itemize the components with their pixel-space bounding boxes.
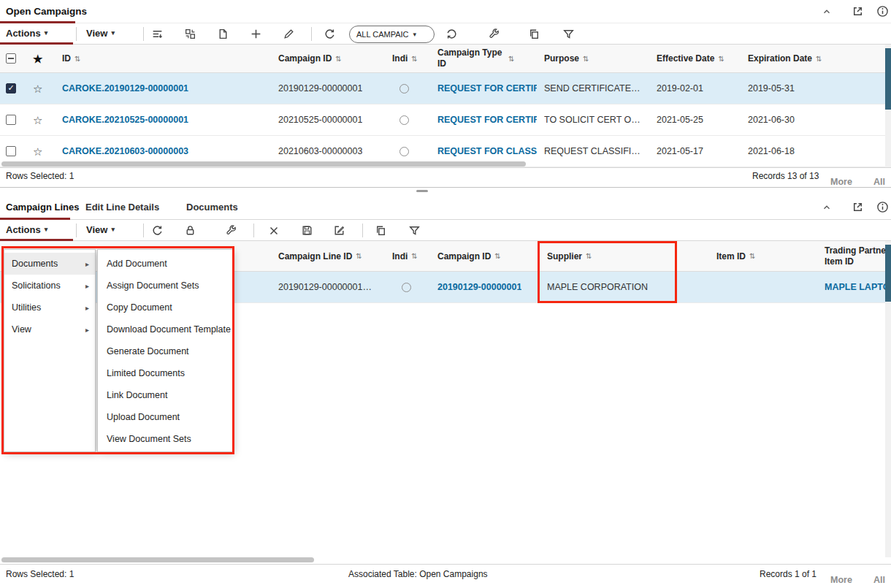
select-all-checkbox[interactable] bbox=[6, 45, 16, 72]
more-button[interactable]: More bbox=[830, 177, 852, 187]
new-record-button[interactable] bbox=[215, 27, 230, 41]
info-button[interactable] bbox=[875, 4, 890, 18]
filter-rows-button[interactable] bbox=[150, 27, 164, 41]
open-campaigns-footer: Rows Selected: 1 Records 13 of 13 More A… bbox=[0, 167, 891, 188]
campaign-lines-footer: Rows Selected: 1 Associated Table: Open … bbox=[0, 564, 891, 588]
edit-button[interactable] bbox=[281, 27, 296, 41]
column-header-id[interactable]: ID⇅ bbox=[62, 45, 80, 72]
campaign-type-link[interactable]: REQUEST FOR CLASSII bbox=[437, 146, 537, 156]
favorite-toggle[interactable]: ☆ bbox=[33, 104, 42, 135]
menu-item-copy-document[interactable]: Copy Document bbox=[98, 297, 232, 318]
copy-button[interactable] bbox=[373, 224, 388, 237]
column-header-campaign-type-id[interactable]: Campaign Type ID⇅ bbox=[437, 45, 514, 72]
lock-button[interactable] bbox=[183, 224, 197, 237]
vertical-scrollbar-thumb[interactable] bbox=[885, 245, 891, 302]
mass-update-button[interactable] bbox=[223, 224, 238, 237]
campaign-link[interactable]: CAROKE.20190129-00000001 bbox=[62, 83, 188, 93]
column-header-trading-partner-item-id[interactable]: Trading Partner Item ID bbox=[825, 241, 891, 271]
chevron-down-icon: ▾ bbox=[111, 226, 115, 233]
tab-edit-line-details[interactable]: Edit Line Details bbox=[85, 202, 159, 213]
all-button[interactable]: All bbox=[873, 575, 885, 585]
copy-button[interactable] bbox=[527, 27, 541, 41]
favorite-column-header[interactable]: ★ bbox=[33, 45, 42, 72]
campaign-type-link[interactable]: REQUEST FOR CERTIFI bbox=[437, 115, 537, 125]
menu-item-assign-document-sets[interactable]: Assign Document Sets bbox=[98, 275, 232, 297]
menu-item-link-document[interactable]: Link Document bbox=[98, 384, 232, 406]
refresh-button[interactable] bbox=[322, 27, 337, 41]
menu-item-download-document-template[interactable]: Download Document Template bbox=[98, 318, 232, 340]
campaign-type-link[interactable]: REQUEST FOR CERTIFI bbox=[437, 83, 537, 93]
vertical-scrollbar-track[interactable] bbox=[885, 45, 891, 167]
actions-menu-button[interactable]: Actions ▾ bbox=[6, 220, 47, 239]
vertical-scrollbar-thumb[interactable] bbox=[885, 48, 891, 110]
info-button[interactable] bbox=[875, 199, 890, 214]
arrange-panels-button[interactable] bbox=[183, 27, 197, 41]
view-menu-button[interactable]: View ▾ bbox=[86, 220, 115, 239]
column-header-expiration-date[interactable]: Expiration Date⇅ bbox=[748, 45, 822, 72]
menu-item-generate-document[interactable]: Generate Document bbox=[98, 340, 232, 362]
splitter-handle[interactable] bbox=[416, 190, 428, 192]
collapse-panel-button[interactable] bbox=[819, 4, 834, 19]
expand-panel-button[interactable] bbox=[850, 199, 865, 214]
campaign-link[interactable]: CAROKE.20210525-00000001 bbox=[62, 115, 188, 125]
table-row[interactable]: ☆ CAROKE.20210525-00000001 20210525-0000… bbox=[0, 104, 891, 136]
plus-icon bbox=[250, 28, 262, 40]
menu-item-limited-documents[interactable]: Limited Documents bbox=[98, 362, 232, 384]
table-row[interactable]: ☆ CAROKE.20190129-00000001 20190129-0000… bbox=[0, 73, 891, 104]
menu-item-add-document[interactable]: Add Document bbox=[98, 253, 232, 275]
horizontal-scrollbar[interactable] bbox=[1, 557, 314, 562]
indicator-cell bbox=[399, 104, 409, 135]
row-checkbox[interactable] bbox=[6, 73, 16, 104]
open-campaigns-panel: Open Campaigns Actions ▾ View ▾ bbox=[0, 0, 891, 188]
trading-partner-item-link[interactable]: MAPLE LAPTOP ( bbox=[825, 282, 891, 292]
column-header-indicator[interactable]: Indi⇅ bbox=[392, 241, 418, 271]
unchecked-checkbox-icon bbox=[6, 146, 16, 156]
delete-button[interactable] bbox=[267, 224, 281, 237]
menu-item-label: View bbox=[12, 324, 31, 335]
menu-item-documents[interactable]: Documents▸ bbox=[4, 253, 95, 275]
actions-menu-button[interactable]: Actions ▾ bbox=[6, 23, 47, 42]
collapse-panel-button[interactable] bbox=[819, 200, 834, 215]
all-button[interactable]: All bbox=[873, 177, 885, 187]
filter-button[interactable] bbox=[407, 224, 421, 237]
filter-button[interactable] bbox=[561, 27, 575, 41]
page-title: Open Campaigns bbox=[6, 6, 87, 17]
column-label: Purpose bbox=[544, 53, 579, 64]
expand-panel-button[interactable] bbox=[850, 4, 865, 18]
menu-item-solicitations[interactable]: Solicitations▸ bbox=[4, 275, 95, 297]
refresh-button[interactable] bbox=[150, 224, 164, 237]
favorite-toggle[interactable]: ☆ bbox=[33, 73, 42, 104]
column-header-campaign-line-id[interactable]: Campaign Line ID⇅ bbox=[278, 241, 362, 271]
column-header-purpose[interactable]: Purpose⇅ bbox=[544, 45, 589, 72]
save-button[interactable] bbox=[299, 224, 314, 237]
column-header-effective-date[interactable]: Effective Date⇅ bbox=[657, 45, 724, 72]
tab-campaign-lines[interactable]: Campaign Lines bbox=[6, 202, 79, 213]
campaign-link[interactable]: 20190129-00000001 bbox=[437, 282, 521, 292]
new-document-icon bbox=[217, 28, 229, 40]
sort-icon: ⇅ bbox=[816, 55, 822, 63]
menu-item-view-document-sets[interactable]: View Document Sets bbox=[98, 428, 232, 450]
unchecked-checkbox-icon bbox=[6, 115, 16, 125]
mass-update-button[interactable] bbox=[486, 27, 501, 41]
edit-record-button[interactable] bbox=[332, 224, 346, 237]
column-header-campaign-id[interactable]: Campaign ID⇅ bbox=[278, 45, 342, 72]
column-label: Campaign Line ID bbox=[278, 251, 352, 261]
horizontal-scrollbar[interactable] bbox=[1, 161, 526, 167]
column-header-supplier[interactable]: Supplier⇅ bbox=[547, 241, 592, 271]
view-menu-button[interactable]: View ▾ bbox=[86, 23, 115, 42]
add-button[interactable] bbox=[248, 27, 263, 41]
vertical-scrollbar-track[interactable] bbox=[885, 241, 891, 557]
more-button[interactable]: More bbox=[830, 575, 852, 585]
sync-button[interactable] bbox=[444, 27, 459, 41]
column-header-campaign-id[interactable]: Campaign ID⇅ bbox=[437, 241, 501, 271]
tab-documents[interactable]: Documents bbox=[186, 202, 238, 213]
column-header-item-id[interactable]: Item ID⇅ bbox=[716, 241, 755, 271]
menu-item-upload-document[interactable]: Upload Document bbox=[98, 406, 232, 428]
menu-item-view[interactable]: View▸ bbox=[4, 318, 95, 340]
campaign-scope-dropdown[interactable]: ALL CAMPAIC ▾ bbox=[349, 26, 435, 43]
row-checkbox[interactable] bbox=[6, 104, 16, 135]
column-label: Campaign Type ID bbox=[437, 47, 505, 69]
campaign-link[interactable]: CAROKE.20210603-00000003 bbox=[62, 146, 188, 156]
column-header-indicator[interactable]: Indi⇅ bbox=[392, 45, 418, 72]
menu-item-utilities[interactable]: Utilities▸ bbox=[4, 297, 95, 318]
